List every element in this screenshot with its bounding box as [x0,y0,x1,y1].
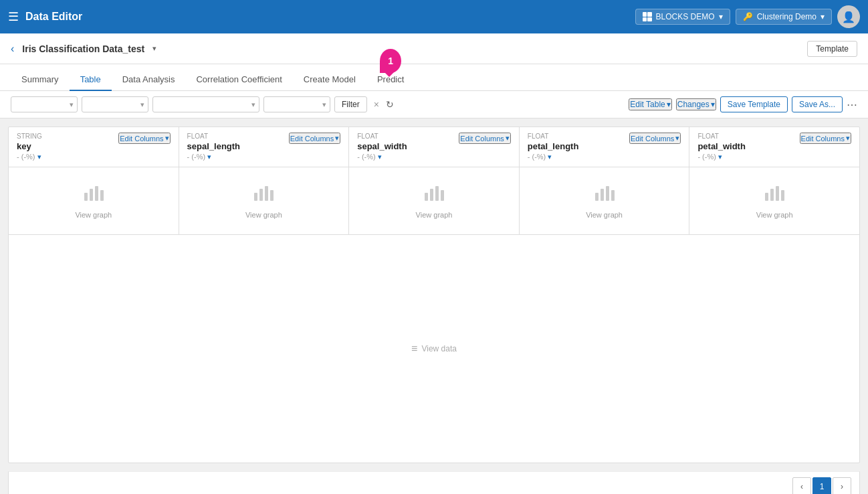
edit-col-chevron-sepal-width: ▾ [506,134,510,143]
pagination-prev-button[interactable]: ‹ [792,477,811,494]
col-meta-chevron-sepal-length[interactable]: ▾ [207,153,211,161]
col-meta-chevron-petal-width[interactable]: ▾ [718,153,722,161]
edit-columns-sepal-width-button[interactable]: Edit Columns ▾ [459,133,510,144]
graph-cell-petal-length[interactable]: View graph [520,167,690,234]
tab-bar: Summary Table Data Analysis Correlation … [0,64,868,91]
svg-rect-0 [84,193,88,201]
filter-select-3[interactable] [152,96,259,112]
graph-icon-sepal-width [423,183,445,207]
more-button[interactable]: ⋯ [847,98,857,111]
pagination-bar: ‹ 1 › [8,471,860,494]
dataset-dropdown-arrow[interactable]: ▾ [152,44,156,53]
graph-cell-key[interactable]: View graph [9,167,179,234]
filter-select-1[interactable] [11,96,78,112]
user-avatar[interactable]: 👤 [837,5,860,28]
svg-rect-10 [435,186,439,201]
graph-label-petal-length: View graph [586,211,623,219]
edit-col-chevron-petal-width: ▾ [846,134,850,143]
blocks-demo-button[interactable]: BLOCKS DEMO ▾ [635,9,730,25]
main-header: ☰ Data Editor BLOCKS DEMO ▾ 🔑 Clustering… [0,0,868,33]
graph-icon-key [83,183,104,207]
key-icon: 🔑 [743,12,753,21]
col-header-sepal-length: FLOAT sepal_length - (-%) ▾ Edit Columns… [179,127,350,167]
svg-rect-6 [265,186,268,201]
svg-rect-18 [776,186,779,201]
filter-dropdown-2[interactable] [82,96,148,112]
toolbar: Filter × ↻ Edit Table ▾ Changes ▾ Save T… [0,91,868,118]
tab-table[interactable]: Table [70,69,112,91]
edit-columns-petal-length-button[interactable]: Edit Columns ▾ [629,133,681,144]
changes-chevron: ▾ [711,100,715,109]
svg-rect-14 [606,186,609,201]
tab-create-model[interactable]: Create Model [293,69,366,91]
empty-data-area[interactable]: ≡ View data [9,235,859,463]
col-meta-petal-length: - (-%) ▾ [528,153,579,161]
view-data-label: View data [421,344,456,353]
edit-columns-sepal-length-button[interactable]: Edit Columns ▾ [289,133,340,144]
avatar-icon: 👤 [842,11,855,23]
pagination-next-button[interactable]: › [833,477,851,494]
edit-columns-key-button[interactable]: Edit Columns ▾ [118,133,170,144]
col-meta-chevron-key[interactable]: ▾ [37,153,41,161]
template-button[interactable]: Template [807,41,857,57]
filter-dropdown-3[interactable] [152,96,259,112]
tab-correlation-coefficient[interactable]: Correlation Coefficient [185,69,292,91]
svg-rect-5 [259,189,263,201]
svg-rect-9 [430,189,433,201]
col-name-petal-width: petal_width [697,141,746,151]
edit-columns-sepal-length-label: Edit Columns [290,135,334,143]
refresh-button[interactable]: ↻ [386,99,394,110]
tab-data-analysis[interactable]: Data Analysis [112,69,186,91]
col-meta-sepal-length: - (-%) ▾ [187,153,240,161]
edit-col-chevron-key: ▾ [165,134,169,143]
col-header-sepal-width: FLOAT sepal_width - (-%) ▾ Edit Columns … [349,127,520,167]
changes-button[interactable]: Changes ▾ [676,98,716,110]
svg-rect-19 [781,190,784,201]
header-left: ☰ Data Editor [8,9,627,24]
col-meta-chevron-sepal-width[interactable]: ▾ [378,153,382,161]
graph-label-sepal-width: View graph [416,211,453,219]
main-table: STRING key - (-%) ▾ Edit Columns ▾ FLOAT… [8,127,860,463]
clustering-demo-label: Clustering Demo [757,12,817,21]
graph-row: View graph View graph [9,167,859,235]
svg-rect-2 [95,186,98,201]
filter-select-2[interactable] [82,96,148,112]
filter-select-4[interactable] [263,96,330,112]
grid-icon [643,12,652,21]
col-type-petal-width: FLOAT [697,133,746,140]
save-as-button[interactable]: Save As... [792,96,843,112]
svg-rect-4 [254,193,257,201]
back-button[interactable]: ‹ [11,43,14,55]
changes-label: Changes [677,100,710,109]
tab-summary[interactable]: Summary [11,69,70,91]
hamburger-icon[interactable]: ☰ [8,9,19,24]
close-filter-button[interactable]: × [371,99,382,110]
graph-cell-sepal-width[interactable]: View graph [349,167,520,234]
col-meta-chevron-petal-length[interactable]: ▾ [548,153,552,161]
svg-rect-15 [611,190,615,201]
col-type-sepal-length: FLOAT [187,133,240,140]
filter-dropdown-1[interactable] [11,96,78,112]
pagination-page-1-button[interactable]: 1 [812,477,831,494]
graph-icon-sepal-length [253,183,274,207]
col-type-sepal-width: FLOAT [357,133,407,140]
edit-columns-sepal-width-label: Edit Columns [460,135,504,143]
app-title: Data Editor [25,11,82,23]
filter-dropdown-4[interactable] [263,96,330,112]
save-template-button[interactable]: Save Template [720,96,788,112]
col-header-key: STRING key - (-%) ▾ Edit Columns ▾ [9,127,179,167]
graph-cell-sepal-length[interactable]: View graph [179,167,350,234]
edit-columns-petal-width-button[interactable]: Edit Columns ▾ [800,133,851,144]
tab-predict[interactable]: 1 Predict [366,66,415,91]
edit-col-chevron-petal-length: ▾ [675,134,679,143]
table-header-row: STRING key - (-%) ▾ Edit Columns ▾ FLOAT… [9,127,859,167]
graph-cell-petal-width[interactable]: View graph [689,167,859,234]
clustering-demo-button[interactable]: 🔑 Clustering Demo ▾ [736,9,832,25]
graph-label-sepal-length: View graph [245,211,282,219]
filter-button[interactable]: Filter [334,96,367,112]
blocks-demo-arrow: ▾ [719,12,723,21]
svg-rect-8 [425,193,428,201]
edit-columns-petal-width-label: Edit Columns [801,135,845,143]
edit-table-button[interactable]: Edit Table ▾ [629,98,671,110]
graph-label-petal-width: View graph [756,211,793,219]
